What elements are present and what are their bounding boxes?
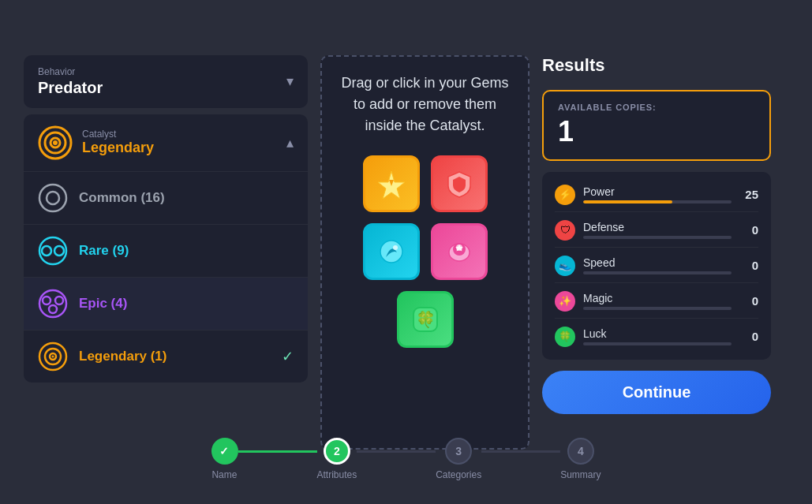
gems-row-1 — [363, 155, 488, 212]
power-stat-value: 25 — [739, 188, 758, 201]
power-stat-bar — [583, 200, 732, 203]
speed-stat-bar — [583, 271, 732, 274]
svg-point-12 — [49, 305, 57, 313]
svg-point-4 — [39, 185, 66, 211]
rare-icon — [38, 236, 68, 266]
copies-value: 1 — [558, 115, 755, 148]
step-label-attributes: Attributes — [316, 469, 357, 480]
gem-speed[interactable] — [363, 223, 420, 280]
svg-point-8 — [54, 246, 64, 256]
gems-row-3: 🍀 — [397, 291, 454, 348]
behavior-selector[interactable]: Behavior Predator ▾ — [24, 55, 308, 108]
power-stat-info: Power — [583, 185, 732, 203]
stat-row-defense: 🛡 Defense 0 — [555, 214, 758, 248]
legendary-check-icon: ✓ — [282, 348, 294, 365]
gem-luck[interactable]: 🍀 — [397, 291, 454, 348]
catalyst-icon — [38, 125, 73, 160]
magic-stat-name: Magic — [583, 292, 732, 304]
gems-grid: 🍀 — [363, 155, 488, 348]
defense-stat-info: Defense — [583, 221, 732, 239]
svg-point-20 — [393, 245, 398, 250]
rarity-item-common[interactable]: Common (16) — [24, 171, 308, 224]
gem-defense[interactable] — [431, 155, 488, 212]
behavior-label: Behavior — [38, 66, 103, 77]
magic-stat-info: Magic — [583, 292, 732, 310]
stat-row-magic: ✨ Magic 0 — [555, 285, 758, 319]
luck-stat-icon: 🍀 — [555, 327, 575, 347]
defense-stat-value: 0 — [739, 223, 758, 237]
step-circle-categories: 3 — [445, 438, 472, 465]
defense-stat-name: Defense — [583, 221, 732, 233]
catalyst-rarity: Legendary — [82, 140, 154, 156]
speed-stat-value: 0 — [739, 259, 758, 272]
epic-label: Epic (4) — [79, 296, 127, 312]
rarity-item-rare[interactable]: Rare (9) — [24, 224, 308, 277]
step-label-categories: Categories — [436, 469, 481, 480]
magic-stat-icon: ✨ — [555, 291, 575, 312]
svg-point-10 — [43, 297, 51, 304]
step-line-0 — [238, 450, 316, 453]
stats-panel: ⚡ Power 25 🛡 Defense 0 👟 Speed — [542, 172, 771, 360]
catalyst-info: Catalyst Legendary — [82, 129, 154, 156]
svg-point-7 — [42, 246, 51, 256]
catalyst-header[interactable]: Catalyst Legendary ▴ — [24, 114, 308, 171]
continue-button[interactable]: Continue — [542, 371, 771, 414]
svg-point-11 — [55, 297, 63, 304]
rarity-list: Common (16) Rare (9) — [24, 171, 308, 383]
behavior-value: Predator — [38, 79, 103, 97]
gem-power[interactable] — [363, 155, 420, 212]
common-icon — [38, 183, 68, 213]
common-label: Common (16) — [79, 190, 165, 206]
power-bar-fill — [583, 200, 672, 203]
step-name[interactable]: ✓ Name — [211, 438, 238, 480]
luck-stat-name: Luck — [583, 327, 732, 340]
behavior-chevron-icon: ▾ — [286, 73, 294, 90]
gems-row-2 — [363, 223, 488, 280]
step-summary[interactable]: 4 Summary — [560, 438, 601, 480]
luck-stat-value: 0 — [739, 330, 758, 343]
available-copies-card: AVAILABLE COPIES: 1 — [542, 90, 771, 161]
step-circle-attributes: 2 — [324, 438, 350, 465]
catalyst-sublabel: Catalyst — [82, 129, 154, 140]
stepper: ✓ Name 2 Attributes 3 Categories 4 Summa… — [211, 438, 601, 480]
step-label-summary: Summary — [560, 469, 601, 480]
step-label-name: Name — [211, 469, 237, 480]
rarity-item-legendary[interactable]: Legendary (1) ✓ — [24, 330, 308, 383]
step-categories[interactable]: 3 Categories — [436, 438, 481, 480]
legendary-rarity-icon — [38, 342, 68, 371]
right-panel: Results AVAILABLE COPIES: 1 ⚡ Power 25 🛡… — [542, 55, 771, 414]
step-circle-name: ✓ — [211, 438, 238, 465]
svg-point-16 — [52, 355, 54, 357]
catalyst-panel: Catalyst Legendary ▴ Common (16) — [24, 114, 308, 383]
defense-stat-icon: 🛡 — [555, 220, 575, 241]
step-attributes[interactable]: 2 Attributes — [316, 438, 357, 480]
gem-drop-area[interactable]: Drag or click in your Gems to add or rem… — [320, 55, 529, 450]
rare-label: Rare (9) — [79, 243, 129, 259]
power-stat-name: Power — [583, 185, 732, 198]
step-line-1 — [357, 450, 436, 453]
svg-text:🍀: 🍀 — [415, 310, 435, 329]
luck-stat-info: Luck — [583, 327, 732, 345]
speed-stat-name: Speed — [583, 256, 732, 269]
legendary-label: Legendary (1) — [79, 349, 167, 364]
catalyst-chevron-icon: ▴ — [286, 134, 294, 151]
luck-stat-bar — [583, 342, 732, 345]
gem-magic[interactable] — [431, 223, 488, 280]
svg-point-5 — [47, 192, 59, 204]
magic-stat-bar — [583, 307, 732, 310]
stat-row-luck: 🍀 Luck 0 — [555, 320, 758, 353]
stat-row-speed: 👟 Speed 0 — [555, 249, 758, 283]
step-line-2 — [481, 450, 560, 453]
power-stat-icon: ⚡ — [555, 185, 575, 205]
magic-stat-value: 0 — [739, 294, 758, 308]
stat-row-power: ⚡ Power 25 — [555, 178, 758, 212]
svg-point-6 — [39, 237, 66, 264]
drag-instruction: Drag or click in your Gems to add or rem… — [335, 73, 515, 136]
defense-stat-bar — [583, 236, 732, 239]
svg-point-3 — [53, 140, 58, 145]
rarity-item-epic[interactable]: Epic (4) — [24, 277, 308, 330]
epic-icon — [38, 289, 68, 319]
step-circle-summary: 4 — [567, 438, 594, 465]
results-title: Results — [542, 55, 771, 76]
speed-stat-info: Speed — [583, 256, 732, 274]
